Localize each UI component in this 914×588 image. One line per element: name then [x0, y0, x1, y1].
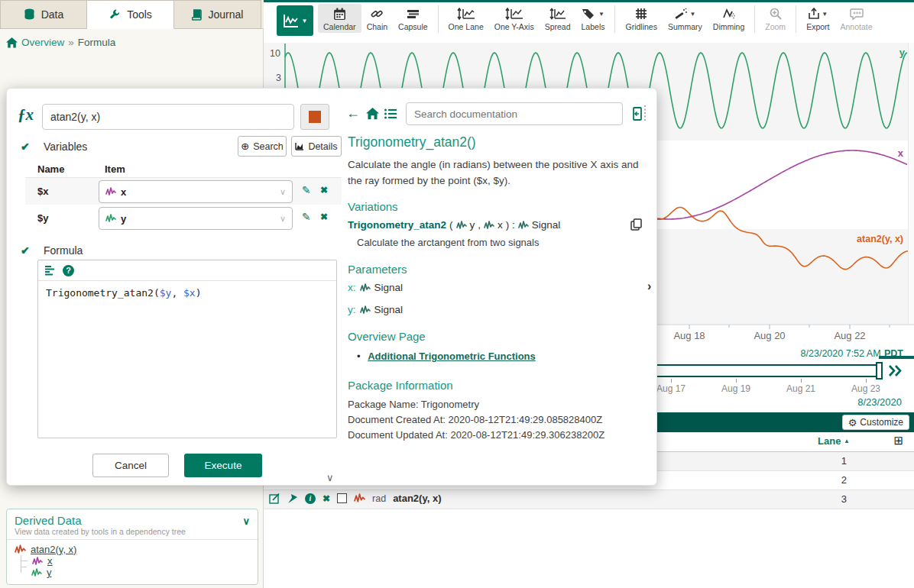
search-variables-button[interactable]: ⊕ Search	[238, 136, 287, 157]
wrench-icon	[109, 8, 121, 21]
tab-data[interactable]: Data	[0, 0, 87, 29]
range-slider-handle[interactable]	[876, 362, 883, 380]
remove-icon[interactable]: ✖	[322, 493, 330, 504]
signal-icon	[32, 557, 43, 566]
toolbar-calendar[interactable]: Calendar	[318, 4, 361, 33]
summary-wand-icon	[674, 8, 688, 20]
doc-back-icon[interactable]: ←	[346, 105, 360, 121]
toolbar-labels[interactable]: ▼ Labels	[576, 4, 611, 33]
edit-variable-icon[interactable]: ✎	[302, 184, 311, 196]
toolbar-dimming[interactable]: Dimming	[708, 4, 750, 33]
doc-home-icon[interactable]	[366, 108, 379, 120]
range-tick	[736, 379, 737, 383]
database-icon	[24, 8, 35, 21]
toolbar-label: One Lane	[449, 22, 484, 31]
table-row[interactable]: 3 i ✖ rad atan2(y, x)	[264, 490, 914, 509]
breadcrumb-overview-link[interactable]: Overview	[21, 37, 64, 48]
remove-variable-icon[interactable]: ✖	[320, 212, 328, 222]
variable-row: $x x ∨ ✎ ✖	[25, 177, 342, 205]
derived-data-header[interactable]: Derived Data View data created by tools …	[7, 509, 258, 540]
chevron-down-icon[interactable]: ∨	[242, 515, 250, 527]
package-name-line: Package Name: Trigonometry	[348, 399, 479, 410]
edit-variable-icon[interactable]: ✎	[302, 211, 311, 223]
home-icon[interactable]	[6, 37, 18, 48]
additional-trig-functions-link[interactable]: Additional Trigonometric Functions	[368, 351, 536, 362]
signal-icon	[31, 568, 42, 577]
doc-title: Trigonometry_atan2()	[348, 134, 476, 150]
view-mode-dropdown-button[interactable]: ▼	[277, 5, 313, 36]
customize-label: Customize	[860, 417, 903, 428]
derived-data-panel: Derived Data View data created by tools …	[6, 509, 258, 585]
toolbar-summary[interactable]: ▼ Summary	[663, 4, 708, 33]
signal-icon	[518, 221, 529, 230]
tree-root-row: atan2(y, x)	[15, 544, 250, 555]
info-icon[interactable]: i	[305, 493, 316, 504]
formula-editor-toolbar: ?	[38, 260, 336, 281]
x-axis-tick: Aug 20	[754, 330, 785, 341]
collapse-panel-chevron[interactable]: ∨	[326, 472, 334, 483]
tab-tools[interactable]: Tools	[87, 0, 174, 29]
formula-history-icon[interactable]	[44, 265, 55, 276]
toolbar-label: Calendar	[323, 22, 356, 31]
package-created-line: Document Created At: 2020-08-12T21:49:29…	[348, 414, 602, 425]
tab-journal[interactable]: Journal	[174, 0, 261, 29]
variable-item-select[interactable]: y ∨	[99, 207, 293, 230]
formula-name-input[interactable]	[42, 104, 294, 130]
tree-connector	[21, 561, 28, 561]
tree-root-link[interactable]: atan2(y, x)	[31, 544, 76, 555]
color-swatch-button[interactable]	[300, 104, 329, 130]
tree-child-link-y[interactable]: y	[47, 567, 52, 578]
toolbar-chain[interactable]: Chain	[361, 4, 393, 33]
variable-item-select[interactable]: x ∨	[99, 180, 293, 203]
edit-icon[interactable]	[269, 493, 280, 504]
lane-column-header[interactable]: Lane ▲	[818, 435, 850, 447]
undock-panel-icon[interactable]	[632, 105, 647, 123]
breadcrumb: Overview » Formula	[6, 37, 115, 48]
details-button[interactable]: Details	[291, 136, 342, 157]
remove-variable-icon[interactable]: ✖	[320, 185, 328, 195]
signal-color-swatch	[309, 111, 321, 123]
top-accent-strip	[264, 0, 914, 2]
add-column-icon[interactable]: ⊞	[893, 434, 903, 447]
toolbar-one-lane[interactable]: One Lane	[443, 4, 489, 33]
chevron-right-icon[interactable]: ›	[647, 279, 651, 293]
signal-icon	[360, 305, 371, 315]
auto-update-icon[interactable]	[888, 365, 903, 376]
variables-section-title: Variables	[44, 141, 87, 153]
signal-icon	[360, 283, 371, 292]
toolbar-export[interactable]: ▼ Export	[801, 4, 835, 33]
toolbar-gridlines[interactable]: Gridlines	[620, 4, 662, 33]
labels-icon	[582, 8, 597, 20]
tree-child-link-x[interactable]: x	[47, 555, 53, 567]
column-header-name: Name	[37, 163, 64, 175]
tree-connector	[21, 567, 27, 573]
toolbar-label: Summary	[668, 22, 702, 31]
toolbar-one-y-axis[interactable]: One Y-Axis	[489, 4, 540, 33]
toolbar-annotate: Annotate	[835, 4, 877, 33]
select-checkbox[interactable]	[337, 493, 347, 503]
variable-item-label: y	[121, 213, 126, 225]
signal-icon	[354, 493, 365, 503]
parameters-heading: Parameters	[348, 263, 407, 276]
toolbar-label: Chain	[367, 22, 387, 31]
copy-icon[interactable]	[630, 218, 642, 231]
sort-ascending-icon: ▲	[844, 438, 850, 444]
chain-icon	[371, 8, 383, 20]
send-to-icon[interactable]	[287, 493, 298, 504]
toolbar-separator	[796, 5, 796, 33]
range-end-date[interactable]: 8/23/2020	[857, 396, 902, 408]
toolbar-capsule[interactable]: Capsule	[393, 4, 433, 33]
customize-button[interactable]: ⚙ Customize	[842, 415, 909, 430]
toolbar-spread[interactable]: Spread	[540, 4, 576, 33]
x-axis-tick: Aug 22	[834, 330, 865, 341]
gear-icon: ⚙	[848, 417, 857, 428]
help-icon[interactable]: ?	[63, 265, 74, 276]
tree-child-row: y	[21, 567, 250, 578]
toolbar-label: Spread	[545, 22, 571, 31]
doc-search-input[interactable]	[406, 102, 623, 125]
signal-name[interactable]: atan2(y, x)	[393, 493, 441, 504]
cancel-button[interactable]: Cancel	[92, 454, 169, 477]
execute-button[interactable]: Execute	[184, 454, 262, 477]
formula-code-input[interactable]: Trigonometry_atan2($y, $x)	[38, 281, 336, 305]
doc-index-icon[interactable]	[384, 108, 397, 119]
